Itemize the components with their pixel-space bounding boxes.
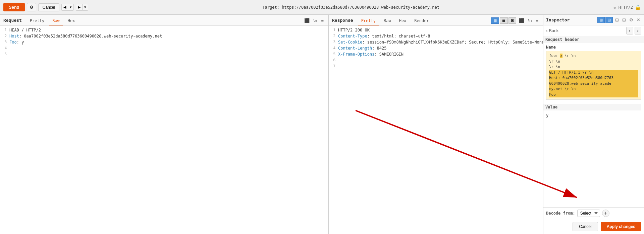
decode-add-button[interactable]: + bbox=[602, 210, 609, 217]
send-button[interactable]: Send bbox=[3, 3, 25, 11]
tab-response-raw[interactable]: Raw bbox=[380, 17, 394, 25]
tab-response-hex[interactable]: Hex bbox=[396, 17, 410, 25]
response-line-5: 5 X-Frame-Options: SAMEORIGIN bbox=[329, 51, 543, 57]
insp-split-icon[interactable]: ⊞ bbox=[621, 17, 627, 23]
insp-layout-icon[interactable]: ⊟ bbox=[614, 17, 620, 23]
response-panel-header: Response Pretty Raw Hex Render ▦ ☰ ⊞ ⬛ \… bbox=[329, 15, 543, 26]
response-line-3: 3 Set-Cookie: session=fSOm8hNgNhzhiOTlX4… bbox=[329, 39, 543, 45]
inspector-nav: ‹ Back ‹ › bbox=[543, 25, 644, 36]
request-line-3: 3 Foo: y bbox=[0, 39, 328, 45]
settings-button[interactable]: ⚙ bbox=[27, 3, 36, 11]
insp-close-icon[interactable]: ✕ bbox=[636, 17, 641, 23]
tab-request-pretty[interactable]: Pretty bbox=[26, 17, 48, 25]
decode-label: Decode from: bbox=[546, 211, 575, 216]
response-line-4: 4 Content-Length: 8425 bbox=[329, 45, 543, 51]
request-menu-icon[interactable]: ≡ bbox=[320, 17, 325, 24]
inspector-title: Inspector bbox=[546, 17, 596, 22]
view-list-btn[interactable]: ☰ bbox=[500, 17, 508, 24]
request-panel-title: Request bbox=[3, 18, 22, 25]
request-send-icon[interactable]: ⬛ bbox=[303, 17, 311, 24]
cancel-button[interactable]: Cancel bbox=[38, 3, 59, 11]
forward-nav: ▶ ▾ bbox=[76, 4, 88, 11]
prev-dropdown[interactable]: ▾ bbox=[68, 4, 74, 11]
http-version: HTTP/2 bbox=[619, 5, 633, 10]
response-code-area[interactable]: 1 HTTP/2 200 OK 2 Content-Type: text/htm… bbox=[329, 26, 543, 234]
nav-prev-btn[interactable]: ‹ bbox=[626, 27, 633, 34]
inspector-view-toggle: ▦ ▤ bbox=[597, 17, 613, 23]
view-split-btn[interactable]: ▦ bbox=[491, 17, 499, 24]
response-view-toggle: ▦ ☰ ⊞ bbox=[491, 17, 516, 24]
response-line-2: 2 Content-Type: text/html; charset=utf-8 bbox=[329, 33, 543, 39]
inspector-section-header: Request header Name foo: x \r \n \r \n \… bbox=[543, 36, 644, 122]
insp-view-split[interactable]: ▦ bbox=[597, 17, 605, 23]
value-content: y bbox=[546, 112, 639, 119]
request-line-1: 1 HEAD / HTTP/2 bbox=[0, 27, 328, 33]
request-panel-toolbar: ⬛ \n ≡ bbox=[303, 17, 325, 25]
request-line-5: 5 bbox=[0, 51, 328, 57]
response-send-icon[interactable]: ⬛ bbox=[518, 17, 526, 24]
footer-cancel-button[interactable]: Cancel bbox=[573, 222, 598, 231]
request-code-area[interactable]: 1 HEAD / HTTP/2 2 Host: 0aa7002f03e52da5… bbox=[0, 26, 328, 234]
back-label: Back bbox=[549, 28, 558, 33]
name-label: Name bbox=[546, 45, 641, 50]
response-line-7: 7 bbox=[329, 63, 543, 69]
prev-button[interactable]: ◀ bbox=[61, 4, 68, 11]
response-panel: Response Pretty Raw Hex Render ▦ ☰ ⊞ ⬛ \… bbox=[329, 15, 543, 234]
inspector-panel: Inspector ▦ ▤ ⊟ ⊞ ⚙ ✕ ‹ Back ‹ › Request… bbox=[543, 15, 644, 234]
footer-buttons: Cancel Apply changes bbox=[543, 219, 644, 234]
insp-settings-icon[interactable]: ⚙ bbox=[628, 17, 634, 23]
main-area: Request Pretty Raw Hex ⬛ \n ≡ 1 HEAD / H… bbox=[0, 15, 644, 234]
request-panel: Request Pretty Raw Hex ⬛ \n ≡ 1 HEAD / H… bbox=[0, 15, 329, 234]
back-arrow-icon: ‹ bbox=[546, 28, 547, 33]
lock-icon: 🔒 bbox=[635, 5, 641, 10]
target-url: Target: https://0aa7002f03e52da580d77636… bbox=[90, 5, 611, 10]
tab-response-render[interactable]: Render bbox=[411, 17, 432, 25]
inspector-header: Inspector ▦ ▤ ⊟ ⊞ ⚙ ✕ bbox=[543, 15, 644, 25]
edit-icon[interactable]: ✏ bbox=[613, 5, 616, 10]
tab-request-raw[interactable]: Raw bbox=[49, 17, 63, 25]
request-line-2: 2 Host: 0aa7002f03e52da580d7763600490028… bbox=[0, 33, 328, 39]
response-newline-icon[interactable]: \n bbox=[527, 17, 533, 24]
tab-response-pretty[interactable]: Pretty bbox=[358, 17, 379, 25]
toolbar: Send ⚙ Cancel ◀ ▾ ▶ ▾ Target: https://0a… bbox=[0, 0, 644, 15]
back-button[interactable]: ‹ Back bbox=[546, 28, 558, 33]
response-line-1: 1 HTTP/2 200 OK bbox=[329, 27, 543, 33]
next-dropdown[interactable]: ▾ bbox=[82, 4, 88, 11]
inspector-body: Request header Name foo: x \r \n \r \n \… bbox=[543, 36, 644, 234]
decode-select[interactable]: Select bbox=[577, 210, 600, 217]
view-grid-btn[interactable]: ⊞ bbox=[508, 17, 516, 24]
request-newline-icon[interactable]: \n bbox=[312, 17, 319, 24]
value-label: Value bbox=[543, 104, 641, 110]
tab-request-hex[interactable]: Hex bbox=[64, 17, 78, 25]
response-line-6: 6 bbox=[329, 57, 543, 63]
request-panel-header: Request Pretty Raw Hex ⬛ \n ≡ bbox=[0, 15, 328, 26]
value-section: Value y bbox=[546, 102, 641, 120]
history-nav: ◀ ▾ bbox=[61, 4, 74, 11]
request-header-section-title: Request header bbox=[543, 36, 644, 43]
apply-changes-button[interactable]: Apply changes bbox=[601, 222, 641, 231]
insp-view-list[interactable]: ▤ bbox=[605, 17, 613, 23]
response-menu-icon[interactable]: ≡ bbox=[534, 17, 540, 24]
nav-next-btn[interactable]: › bbox=[635, 27, 641, 34]
decode-section: Decode from: Select + bbox=[543, 207, 644, 219]
request-line-4: 4 bbox=[0, 45, 328, 51]
response-panel-toolbar: ▦ ☰ ⊞ ⬛ \n ≡ bbox=[491, 17, 540, 25]
name-value-box[interactable]: foo: x \r \n \r \n \r \n GET / HTTP/1.1 … bbox=[546, 51, 641, 100]
response-panel-title: Response bbox=[332, 18, 353, 25]
next-button[interactable]: ▶ bbox=[76, 4, 82, 11]
